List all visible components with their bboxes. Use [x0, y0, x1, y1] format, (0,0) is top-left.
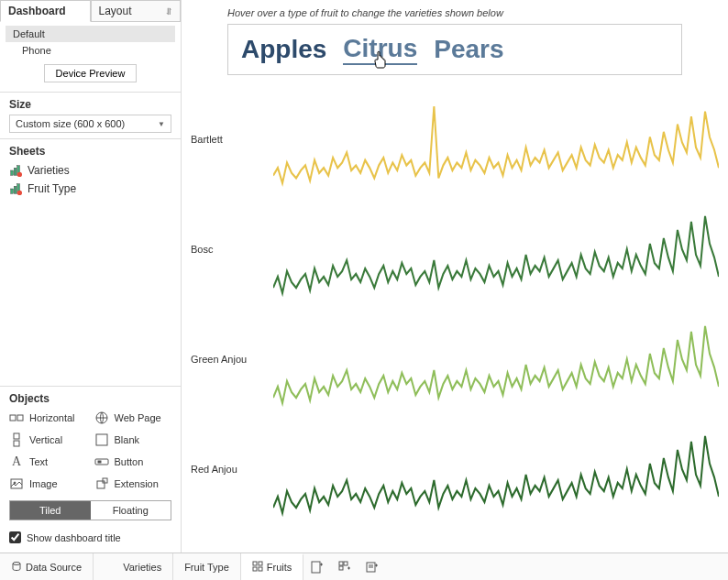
svg-rect-26: [339, 562, 343, 565]
svg-rect-4: [11, 189, 14, 193]
sparkline: [273, 194, 719, 304]
svg-rect-28: [339, 566, 343, 570]
svg-rect-18: [97, 481, 105, 488]
svg-rect-9: [17, 415, 23, 421]
button-icon: [94, 454, 109, 469]
dashboard-canvas: Hover over a type of fruit to change the…: [182, 0, 728, 553]
svg-point-7: [17, 191, 22, 195]
sidebar: Dashboard Layout⥯ Default Phone Device P…: [0, 0, 182, 553]
tab-dashboard[interactable]: Dashboard: [0, 0, 91, 22]
chart-label: Bartlett: [191, 134, 273, 145]
text-icon: A: [9, 454, 24, 469]
device-preview-button[interactable]: Device Preview: [44, 64, 138, 82]
fruit-type-sheet[interactable]: Apples Citrus Pears: [227, 24, 682, 75]
chart-row: Red Anjou: [191, 414, 719, 524]
tab-layout[interactable]: Layout⥯: [91, 0, 182, 21]
svg-rect-22: [259, 562, 262, 565]
object-text[interactable]: AText: [9, 453, 87, 471]
hover-hint: Hover over a type of fruit to change the…: [191, 5, 719, 20]
chart-label: Bosc: [191, 244, 273, 255]
show-title-input[interactable]: [9, 531, 21, 543]
chart-row: Green Anjou: [191, 304, 719, 414]
toggle-floating[interactable]: Floating: [91, 501, 171, 520]
bottom-tab-varieties[interactable]: Varieties: [112, 553, 173, 580]
extension-icon: [94, 476, 109, 491]
bottom-tab-fruits[interactable]: Fruits: [241, 553, 304, 580]
svg-rect-24: [259, 567, 262, 571]
svg-rect-23: [253, 567, 257, 571]
svg-point-3: [17, 172, 22, 177]
sparkline: [273, 84, 719, 194]
svg-rect-14: [95, 459, 108, 465]
blank-icon: [94, 432, 109, 447]
new-worksheet-button[interactable]: [303, 553, 331, 580]
fruit-apples[interactable]: Apples: [241, 35, 326, 64]
varieties-sheet[interactable]: BartlettBoscGreen AnjouRed Anjou: [191, 84, 719, 547]
vertical-icon: [9, 432, 24, 447]
svg-rect-13: [96, 434, 107, 445]
sparkline: [273, 414, 719, 524]
dashboard-icon: [252, 561, 263, 574]
bottom-bar: Data Source Varieties Fruit Type Fruits: [0, 553, 728, 580]
layout-toggle: Tiled Floating: [9, 500, 171, 520]
svg-rect-21: [253, 562, 257, 565]
object-extension[interactable]: Extension: [94, 475, 172, 493]
svg-rect-1: [14, 168, 17, 175]
bar-chart-icon: [9, 164, 22, 177]
object-button[interactable]: Button: [94, 453, 172, 471]
sparkline: [273, 304, 719, 414]
svg-rect-11: [14, 433, 19, 439]
device-default[interactable]: Default: [6, 26, 175, 42]
layout-options-icon: ⥯: [165, 6, 172, 16]
fruit-citrus[interactable]: Citrus: [343, 34, 417, 65]
bottom-data-source[interactable]: Data Source: [0, 553, 94, 580]
svg-rect-27: [344, 562, 347, 565]
chevron-down-icon: ▼: [158, 120, 165, 128]
data-source-icon: [11, 561, 22, 574]
new-story-button[interactable]: [358, 553, 386, 580]
objects-title: Objects: [9, 392, 171, 405]
fruit-pears[interactable]: Pears: [434, 35, 503, 64]
pointer-cursor-icon: [372, 50, 389, 72]
sheet-fruit-type[interactable]: Fruit Type: [9, 180, 171, 198]
object-horizontal[interactable]: Horizontal: [9, 409, 87, 427]
globe-icon: [94, 410, 109, 425]
chart-row: Bartlett: [191, 84, 719, 194]
svg-rect-8: [10, 415, 16, 421]
bar-chart-icon: [9, 182, 22, 195]
svg-rect-5: [14, 186, 17, 193]
chart-label: Green Anjou: [191, 354, 273, 365]
svg-rect-16: [11, 479, 22, 488]
object-vertical[interactable]: Vertical: [9, 431, 87, 449]
image-icon: [9, 476, 24, 491]
sheets-title: Sheets: [9, 145, 171, 158]
show-title-checkbox[interactable]: Show dashboard title: [9, 528, 171, 547]
object-webpage[interactable]: Web Page: [94, 409, 172, 427]
device-phone[interactable]: Phone: [6, 42, 175, 59]
svg-rect-12: [14, 441, 19, 446]
svg-rect-15: [98, 461, 101, 463]
toggle-tiled[interactable]: Tiled: [10, 501, 91, 520]
svg-point-20: [13, 562, 20, 564]
chart-label: Red Anjou: [191, 464, 273, 475]
chart-row: Bosc: [191, 194, 719, 304]
object-image[interactable]: Image: [9, 475, 87, 493]
bottom-tab-fruit-type[interactable]: Fruit Type: [173, 553, 241, 580]
sheet-varieties[interactable]: Varieties: [9, 161, 171, 180]
size-title: Size: [9, 98, 171, 111]
size-select[interactable]: Custom size (600 x 600) ▼: [9, 115, 171, 133]
svg-rect-25: [312, 562, 320, 573]
object-blank[interactable]: Blank: [94, 431, 172, 449]
svg-rect-0: [11, 170, 14, 175]
new-dashboard-button[interactable]: [331, 553, 358, 580]
horizontal-icon: [9, 410, 24, 425]
